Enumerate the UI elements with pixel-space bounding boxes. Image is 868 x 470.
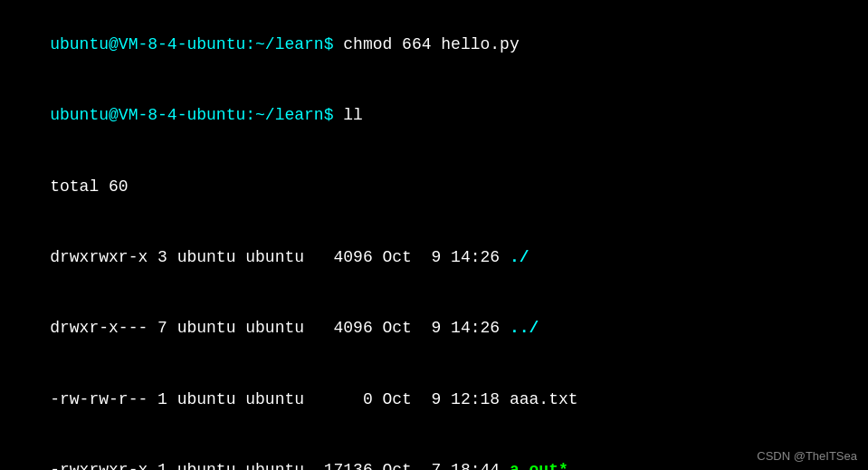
perms-aout: -rwxrwxr-x xyxy=(50,461,148,470)
file-aaa-line: -rw-rw-r-- 1 ubuntu ubuntu 0 Oct 9 12:18… xyxy=(11,363,857,434)
links-parent: 7 ubuntu ubuntu 4096 Oct 9 14:26 xyxy=(148,319,510,337)
dir-parent-line: drwxr-x--- 7 ubuntu ubuntu 4096 Oct 9 14… xyxy=(11,293,857,363)
ll-line: ubuntu@VM-8-4-ubuntu:~/learn$ ll xyxy=(11,80,857,150)
info-aaa: 1 ubuntu ubuntu 0 Oct 9 12:18 xyxy=(148,390,510,408)
watermark: CSDN @TheITSea xyxy=(757,449,857,463)
prompt-chmod: ubuntu@VM-8-4-ubuntu:~/learn$ xyxy=(50,35,343,53)
file-aout-line: -rwxrwxr-x 1 ubuntu ubuntu 17136 Oct 7 1… xyxy=(11,435,857,470)
info-aout: 1 ubuntu ubuntu 17136 Oct 7 18:44 xyxy=(148,461,510,470)
perms-aaa: -rw-rw-r-- xyxy=(50,390,148,408)
perms-parent: drwxr-x--- xyxy=(50,319,148,337)
dir-current-line: drwxrwxr-x 3 ubuntu ubuntu 4096 Oct 9 14… xyxy=(11,222,857,293)
total-line: total 60 xyxy=(11,151,857,222)
name-current: ./ xyxy=(510,248,529,266)
terminal-window: ubuntu@VM-8-4-ubuntu:~/learn$ chmod 664 … xyxy=(0,0,868,470)
perms-current: drwxrwxr-x xyxy=(50,248,148,266)
total-text: total 60 xyxy=(50,177,128,196)
chmod-line: ubuntu@VM-8-4-ubuntu:~/learn$ chmod 664 … xyxy=(11,9,857,80)
name-aout: a.out* xyxy=(510,461,568,470)
name-parent: ../ xyxy=(510,319,539,337)
prompt-ll: ubuntu@VM-8-4-ubuntu:~/learn$ xyxy=(50,106,343,124)
links-current: 3 ubuntu ubuntu 4096 Oct 9 14:26 xyxy=(148,248,510,266)
command-ll: ll xyxy=(343,106,363,124)
name-aaa: aaa.txt xyxy=(510,390,578,408)
command-chmod: chmod 664 hello.py xyxy=(343,35,519,53)
